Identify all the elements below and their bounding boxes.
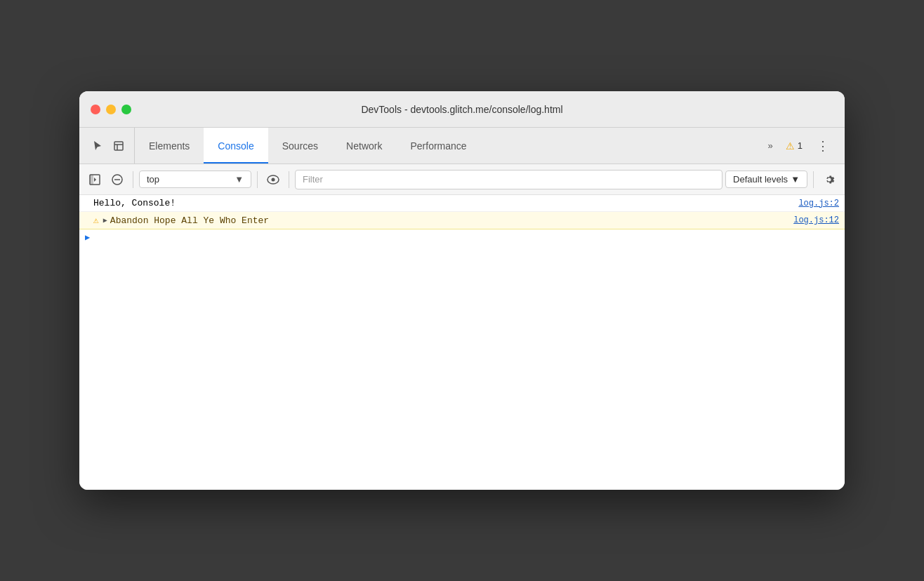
log-location-1[interactable]: log.js:2 bbox=[798, 199, 839, 208]
tab-performance[interactable]: Performance bbox=[396, 128, 480, 163]
more-tabs-button[interactable]: » bbox=[764, 138, 777, 154]
toolbar-divider-1 bbox=[133, 171, 133, 188]
settings-button[interactable] bbox=[819, 170, 839, 189]
svg-marker-5 bbox=[94, 178, 96, 182]
context-arrow: ▼ bbox=[235, 174, 244, 185]
svg-rect-0 bbox=[114, 142, 123, 150]
tab-console[interactable]: Console bbox=[204, 128, 268, 163]
console-input[interactable] bbox=[94, 232, 839, 243]
levels-arrow: ▼ bbox=[791, 174, 800, 185]
log-levels-button[interactable]: Default levels ▼ bbox=[725, 171, 807, 188]
tabbar-right-controls: » ⚠ 1 ⋮ bbox=[758, 135, 842, 156]
log-location-2[interactable]: log.js:12 bbox=[793, 215, 839, 225]
sidebar-toggle-button[interactable] bbox=[85, 170, 105, 189]
tab-elements[interactable]: Elements bbox=[135, 128, 204, 163]
inspect-icon[interactable] bbox=[109, 136, 128, 156]
console-toolbar: top ▼ Default levels ▼ bbox=[79, 164, 845, 195]
tab-sources[interactable]: Sources bbox=[268, 128, 332, 163]
levels-label: Default levels bbox=[733, 174, 788, 185]
devtools-window: DevTools - devtools.glitch.me/console/lo… bbox=[79, 91, 845, 490]
context-value: top bbox=[147, 174, 159, 185]
console-input-line: ▶ bbox=[79, 229, 845, 246]
log-text-2: Abandon Hope All Ye Who Enter bbox=[110, 215, 269, 226]
log-entry-2[interactable]: ⚠ ▶ Abandon Hope All Ye Who Enter log.js… bbox=[79, 212, 845, 229]
prompt-arrow: ▶ bbox=[85, 232, 90, 243]
tab-list: Elements Console Sources Network Perform… bbox=[135, 128, 758, 163]
devtools-icons bbox=[82, 128, 135, 163]
close-button[interactable] bbox=[91, 105, 100, 114]
context-selector[interactable]: top ▼ bbox=[139, 171, 251, 188]
log-entry-1: Hello, Console! log.js:2 bbox=[79, 195, 845, 212]
titlebar: DevTools - devtools.glitch.me/console/lo… bbox=[79, 91, 845, 128]
toolbar-divider-2 bbox=[257, 171, 258, 188]
clear-console-button[interactable] bbox=[107, 170, 127, 189]
warning-icon-2: ⚠ bbox=[93, 215, 99, 226]
cursor-icon[interactable] bbox=[88, 136, 107, 156]
warning-count: 1 bbox=[798, 140, 803, 151]
expand-arrow[interactable]: ▶ bbox=[103, 216, 107, 225]
maximize-button[interactable] bbox=[121, 105, 131, 114]
live-expressions-button[interactable] bbox=[263, 170, 283, 189]
minimize-button[interactable] bbox=[106, 105, 116, 114]
warning-badge[interactable]: ⚠ 1 bbox=[780, 138, 808, 154]
tab-network[interactable]: Network bbox=[332, 128, 396, 163]
console-output: Hello, Console! log.js:2 ⚠ ▶ Abandon Hop… bbox=[79, 195, 845, 490]
toolbar-divider-4 bbox=[813, 171, 814, 188]
filter-input[interactable] bbox=[295, 170, 722, 189]
log-text-1: Hello, Console! bbox=[93, 198, 798, 208]
tab-bar: Elements Console Sources Network Perform… bbox=[79, 128, 845, 164]
svg-rect-4 bbox=[90, 175, 93, 185]
window-title: DevTools - devtools.glitch.me/console/lo… bbox=[361, 104, 562, 115]
warning-icon: ⚠ bbox=[786, 140, 795, 152]
traffic-lights bbox=[91, 105, 131, 114]
menu-button[interactable]: ⋮ bbox=[811, 135, 836, 156]
svg-point-9 bbox=[272, 178, 275, 181]
toolbar-divider-3 bbox=[289, 171, 289, 188]
